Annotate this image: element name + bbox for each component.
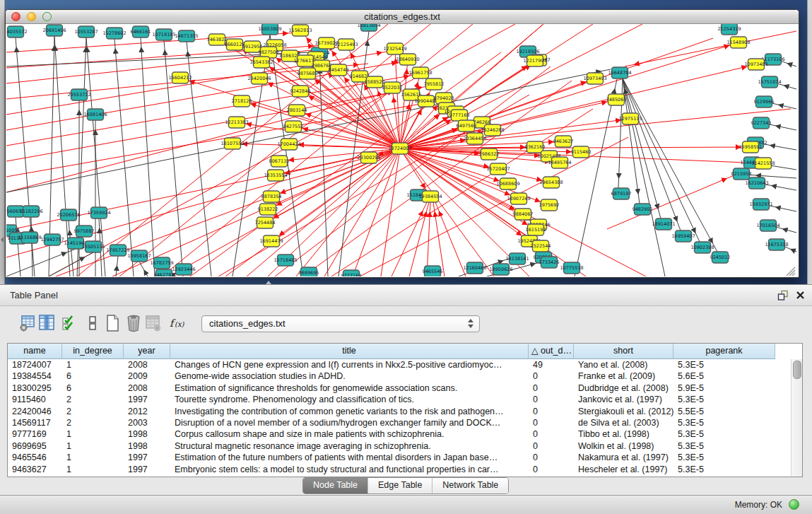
table-cell-short[interactable]: Tibbo et al. (1998) (574, 428, 673, 440)
graph-node[interactable]: 9227343 (751, 117, 772, 129)
scrollbar-thumb[interactable] (793, 361, 801, 379)
graph-node[interactable]: 8878354 (261, 191, 282, 202)
table-cell-pagerank[interactable]: 5.6E-5 (673, 370, 775, 382)
table-cell-name[interactable]: 9115460 (8, 394, 62, 405)
table-cell-in_degree[interactable]: 1 (62, 428, 124, 440)
network-window-titlebar[interactable]: citations_edges.txt (6, 10, 799, 24)
table-cell-pagerank[interactable]: 5.5E-5 (673, 406, 775, 417)
graph-node[interactable]: 8522037 (382, 82, 403, 93)
graph-node[interactable]: 6879197 (611, 188, 632, 199)
tab-network-table[interactable]: Network Table (432, 478, 508, 493)
table-cell-pagerank[interactable]: 5.3E-5 (673, 464, 775, 475)
left-panel-strip[interactable] (0, 0, 5, 284)
graph-edge[interactable] (575, 79, 617, 276)
table-cell-year[interactable]: 1997 (124, 452, 170, 463)
table-cell-name[interactable]: 9465546 (8, 452, 62, 463)
graph-node[interactable]: 11156869 (18, 232, 41, 243)
table-cell-out_degree[interactable]: 0 (529, 452, 574, 463)
graph-node[interactable]: 15182296 (19, 206, 42, 217)
graph-node[interactable]: 9465546 (423, 266, 443, 276)
graph-node[interactable]: 23420046 (247, 73, 271, 84)
table-cell-title[interactable]: Disruption of a novel member of a sodium… (170, 417, 529, 428)
tab-node-table[interactable]: Node Table (303, 478, 367, 493)
table-cell-year[interactable]: 1997 (124, 464, 170, 475)
graph-node[interactable]: 11548908 (726, 37, 750, 48)
table-cell-name[interactable]: 22420046 (8, 406, 62, 417)
graph-node[interactable]: 12160468 (463, 262, 486, 274)
graph-node[interactable]: 10553287 (74, 26, 98, 37)
table-row[interactable]: 1456911722003Disruption of a novel membe… (8, 417, 792, 428)
graph-edge[interactable] (623, 79, 665, 276)
graph-node[interactable]: 6466161 (131, 26, 151, 37)
graph-node[interactable]: 9463627 (553, 136, 574, 147)
graph-node[interactable]: 10775538 (560, 262, 583, 274)
graph-edge[interactable] (409, 202, 429, 276)
table-cell-name[interactable]: 9777169 (8, 428, 62, 440)
graph-node[interactable]: 17359924 (87, 207, 110, 218)
graph-node[interactable]: 16914479 (259, 235, 283, 247)
graph-edge[interactable] (116, 256, 118, 276)
graph-edge[interactable] (139, 262, 148, 276)
graph-node[interactable]: 15958591 (739, 141, 762, 153)
table-cell-in_degree[interactable]: 1 (62, 359, 124, 370)
graph-node[interactable]: 18640910 (396, 54, 419, 65)
table-cell-year[interactable]: 2008 (124, 359, 170, 370)
function-builder-icon[interactable]: f (x) (168, 314, 189, 332)
graph-edge[interactable] (353, 148, 400, 276)
table-cell-short[interactable]: Wolkin et al. (1998) (574, 440, 673, 452)
table-cell-out_degree[interactable]: 49 (529, 359, 574, 370)
graph-edge[interactable] (6, 249, 76, 276)
graph-node[interactable]: 18907249 (507, 193, 530, 204)
graph-node[interactable]: 21254319 (717, 24, 741, 35)
graph-node[interactable]: 2803144 (287, 105, 307, 116)
graph-node[interactable]: 16961758 (408, 67, 432, 78)
graph-node[interactable]: 15718485 (273, 255, 297, 266)
graph-node[interactable]: 10688609 (496, 178, 519, 189)
graph-node[interactable]: 12213383 (225, 117, 248, 128)
graph-node[interactable]: 16543382 (249, 57, 273, 68)
table-cell-year[interactable]: 1998 (124, 428, 170, 440)
graph-node[interactable]: 18353554 (264, 170, 287, 181)
table-cell-year[interactable]: 2009 (124, 370, 170, 382)
select-columns-icon[interactable] (60, 314, 77, 332)
graph-node[interactable]: 7986322 (479, 148, 500, 160)
graph-node[interactable]: 14138141 (505, 253, 529, 264)
graph-node[interactable]: 18495764 (548, 157, 571, 168)
table-cell-short[interactable]: Stergiakouli et al. (2012) (574, 406, 673, 417)
row-height-icon[interactable] (84, 314, 101, 332)
graph-edge[interactable] (427, 202, 430, 276)
graph-node[interactable]: 12125493 (334, 39, 358, 50)
graph-node[interactable]: 17016504 (756, 220, 779, 231)
graph-edge[interactable] (324, 148, 400, 276)
table-cell-out_degree[interactable]: 0 (529, 370, 574, 382)
table-cell-short[interactable]: Nakamura et al. (1997) (574, 452, 673, 463)
table-selector-dropdown[interactable]: citations_edges.txt (201, 315, 480, 332)
graph-edge[interactable] (395, 49, 400, 148)
graph-node[interactable]: 15720407 (486, 163, 510, 175)
column-header-name[interactable]: name (8, 344, 62, 359)
table-cell-year[interactable]: 2012 (124, 406, 170, 417)
table-cell-in_degree[interactable]: 2 (62, 394, 124, 405)
graph-node[interactable]: 18813054 (357, 24, 380, 31)
graph-node[interactable]: 18724007 (388, 143, 411, 154)
memory-status-indicator[interactable] (789, 499, 799, 510)
graph-edge[interactable] (319, 59, 328, 276)
graph-node[interactable]: 9777169 (341, 270, 362, 276)
column-header-title[interactable]: title (170, 344, 529, 359)
graph-node[interactable]: 13958167 (127, 250, 151, 262)
graph-node[interactable]: 8427552 (283, 121, 304, 132)
graph-node[interactable]: 10902398 (690, 242, 714, 253)
graph-edge[interactable] (433, 202, 445, 276)
graph-node[interactable]: 17957225 (106, 245, 129, 256)
graph-node[interactable]: 16210643 (745, 177, 768, 189)
table-cell-short[interactable]: Hescheler et al. (1997) (574, 464, 673, 475)
table-cell-out_degree[interactable]: 0 (529, 382, 574, 394)
graph-node[interactable]: 15278602 (102, 28, 126, 39)
graph-node[interactable]: 6497568 (457, 120, 477, 132)
graph-node[interactable]: 14671355 (175, 30, 198, 42)
graph-node[interactable]: 11562813 (288, 25, 312, 36)
table-cell-title[interactable]: Changes of HCN gene expression and I(f) … (170, 359, 529, 370)
table-cell-short[interactable]: Franke et al. (2009) (574, 370, 673, 382)
graph-node[interactable]: 15751074 (758, 76, 781, 88)
column-header-in_degree[interactable]: in_degree (62, 344, 124, 359)
